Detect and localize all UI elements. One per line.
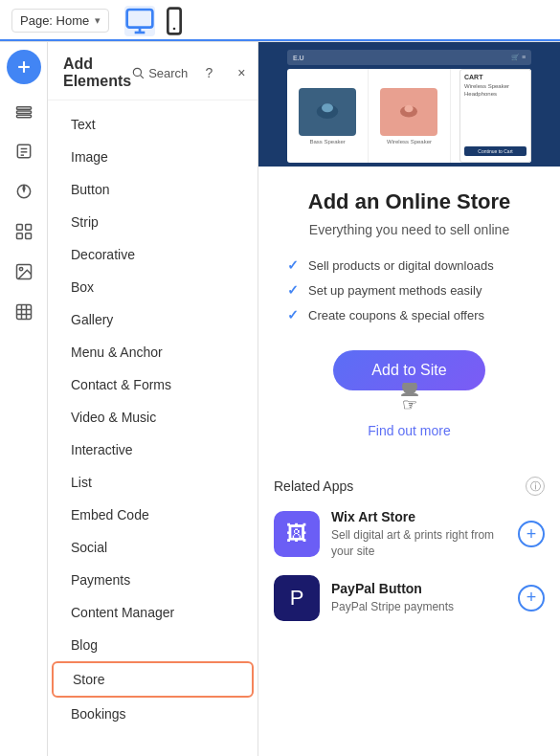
nav-item-contact-forms[interactable]: Contact & Forms xyxy=(52,368,254,401)
layers-icon[interactable] xyxy=(5,92,43,130)
svg-rect-9 xyxy=(16,115,31,118)
close-icon[interactable]: × xyxy=(230,61,253,84)
svg-rect-0 xyxy=(127,10,153,28)
product-image-2 xyxy=(380,88,437,136)
nav-item-text[interactable]: Text xyxy=(52,108,254,141)
desktop-icon[interactable] xyxy=(124,6,155,36)
feature-text: Sell products or digital downloads xyxy=(308,258,494,273)
svg-point-26 xyxy=(133,68,141,76)
nav-item-bookings[interactable]: Bookings xyxy=(52,698,254,730)
nav-item-social[interactable]: Social xyxy=(52,531,254,564)
nav-item-list[interactable]: List xyxy=(52,466,254,499)
cart-item-2: Headphones xyxy=(464,91,526,97)
nav-item-video-music[interactable]: Video & Music xyxy=(52,401,254,434)
related-apps-info-icon[interactable]: ⓘ xyxy=(526,477,545,496)
chevron-down-icon: ▾ xyxy=(95,14,101,27)
nav-item-content-manager[interactable]: Content Manager xyxy=(52,596,254,629)
svg-point-4 xyxy=(173,27,176,30)
feature-item: ✓Set up payment methods easily xyxy=(287,278,531,302)
pages-icon[interactable] xyxy=(5,132,43,170)
nav-item-interactive[interactable]: Interactive xyxy=(52,434,254,466)
feature-item: ✓Create coupons & special offers xyxy=(287,302,531,327)
hero-browser-bar: E.U 🛒 ≡ xyxy=(287,50,531,65)
add-to-site-button[interactable]: Add to Site xyxy=(333,350,484,390)
nav-item-gallery[interactable]: Gallery xyxy=(52,303,254,336)
hero-continue-cart-button: Continue to Cart xyxy=(464,146,526,156)
nav-item-blog[interactable]: Blog xyxy=(52,629,254,661)
feature-text: Set up payment methods easily xyxy=(308,283,482,298)
store-info-section: Add an Online Store Everything you need … xyxy=(258,167,560,477)
product-label-1: Bass Speaker xyxy=(309,139,345,145)
svg-point-20 xyxy=(19,267,22,270)
app-item-wix-art-store: 🖼 Wix Art Store Sell digital art & print… xyxy=(274,509,545,560)
app-icon-wix-art-store: 🖼 xyxy=(274,511,320,557)
theme-icon[interactable] xyxy=(5,172,43,211)
main-content: E.U 🛒 ≡ Bass Speaker Wireless Speaker xyxy=(258,42,560,756)
nav-item-store[interactable]: Store xyxy=(52,661,254,698)
nav-item-strip[interactable]: Strip xyxy=(52,206,254,238)
apps-icon[interactable] xyxy=(5,212,43,251)
left-toolbar xyxy=(0,42,48,756)
device-icons xyxy=(124,6,190,36)
check-icon: ✓ xyxy=(287,257,299,273)
app-info-paypal-button: PayPal Button PayPal Stripe payments xyxy=(331,581,506,615)
find-out-more-link[interactable]: Find out more xyxy=(278,423,541,438)
panel-nav: TextImageButtonStripDecorativeBoxGallery… xyxy=(48,100,258,756)
svg-rect-17 xyxy=(16,233,22,239)
related-apps-header: Related Apps ⓘ xyxy=(274,477,545,496)
svg-rect-8 xyxy=(16,111,31,114)
hero-product-2: Wireless Speaker xyxy=(369,69,450,163)
related-apps-section: Related Apps ⓘ 🖼 Wix Art Store Sell digi… xyxy=(258,477,560,621)
search-label: Search xyxy=(148,66,188,80)
nav-item-button[interactable]: Button xyxy=(52,173,254,206)
hero-brand: E.U xyxy=(293,55,304,61)
feature-list: ✓Sell products or digital downloads✓Set … xyxy=(278,253,541,327)
app-name-wix-art-store: Wix Art Store xyxy=(331,509,506,524)
app-icon-paypal-button: P xyxy=(274,575,320,621)
grid-icon[interactable] xyxy=(5,293,43,331)
hero-cart-panel: CART Wireless Speaker Headphones Continu… xyxy=(459,69,531,163)
app-add-button-paypal-button[interactable]: + xyxy=(518,585,545,611)
nav-item-box[interactable]: Box xyxy=(52,271,254,303)
panel-header-actions: Search ? × xyxy=(131,61,253,84)
nav-item-payments[interactable]: Payments xyxy=(52,564,254,596)
cart-item-1: Wireless Speaker xyxy=(464,83,526,89)
page-label: Page: Home xyxy=(20,13,89,28)
panel-search-button[interactable]: Search xyxy=(131,66,188,80)
nav-item-decorative[interactable]: Decorative xyxy=(52,238,254,271)
panel-title: Add Elements xyxy=(63,56,131,90)
svg-rect-16 xyxy=(25,225,31,231)
app-item-paypal-button: P PayPal Button PayPal Stripe payments + xyxy=(274,575,545,621)
mobile-icon[interactable] xyxy=(159,6,190,36)
nav-item-image[interactable]: Image xyxy=(52,141,254,173)
svg-rect-21 xyxy=(16,305,31,320)
help-icon[interactable]: ? xyxy=(197,61,220,84)
page-selector[interactable]: Page: Home ▾ xyxy=(11,9,109,33)
nav-item-menu-anchor[interactable]: Menu & Anchor xyxy=(52,336,254,368)
app-info-wix-art-store: Wix Art Store Sell digital art & prints … xyxy=(331,509,506,560)
nav-item-embed-code[interactable]: Embed Code xyxy=(52,499,254,531)
svg-line-27 xyxy=(141,76,144,78)
check-icon: ✓ xyxy=(287,307,299,322)
svg-rect-15 xyxy=(16,225,22,231)
media-icon[interactable] xyxy=(5,253,43,291)
hero-cart-title: CART xyxy=(464,74,526,80)
add-elements-button[interactable] xyxy=(7,50,41,84)
svg-rect-7 xyxy=(16,107,31,110)
app-name-paypal-button: PayPal Button xyxy=(331,581,506,596)
app-desc-paypal-button: PayPal Stripe payments xyxy=(331,599,506,615)
top-blue-accent-line xyxy=(0,39,560,41)
app-desc-wix-art-store: Sell digital art & prints right from you… xyxy=(331,527,506,560)
add-elements-panel: Add Elements Search ? × TextImageButtonS… xyxy=(48,42,258,756)
product-image-1 xyxy=(299,88,356,136)
store-hero-image: E.U 🛒 ≡ Bass Speaker Wireless Speaker xyxy=(258,42,560,167)
hero-product-1: Bass Speaker xyxy=(287,69,369,163)
app-add-button-wix-art-store[interactable]: + xyxy=(518,521,545,547)
feature-item: ✓Sell products or digital downloads xyxy=(287,253,531,278)
cursor-hand-indicator: ☞ xyxy=(278,394,541,415)
check-icon: ✓ xyxy=(287,282,299,298)
store-subtitle: Everything you need to sell online xyxy=(278,222,541,237)
store-title: Add an Online Store xyxy=(278,189,541,214)
svg-point-31 xyxy=(405,105,414,113)
related-apps-title: Related Apps xyxy=(274,478,353,494)
